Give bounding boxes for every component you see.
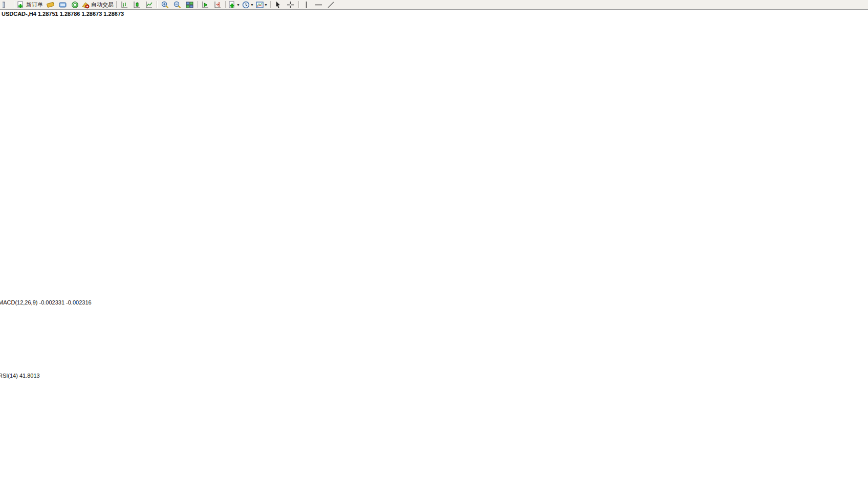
dropdown-caret-icon: ▼ — [236, 3, 240, 7]
vline-icon — [302, 1, 310, 9]
templates-icon — [256, 1, 264, 9]
toolbar-equidistant-channel-tool-button[interactable] — [337, 1, 350, 9]
macd-indicator-label: MACD(12,26,9) -0.002331 -0.002316 — [0, 299, 92, 306]
toolbar-separator — [157, 1, 157, 8]
crosshair-icon — [287, 1, 294, 9]
toolbar-cursor-tool-button[interactable] — [272, 1, 285, 9]
tiles-icon — [186, 1, 193, 9]
toolbar: 新订单自动交易▼▼▼ — [0, 0, 868, 10]
signals-icon — [71, 1, 79, 9]
zoom-in-icon — [161, 1, 169, 9]
toolbar-autotrading-label: 自动交易 — [91, 1, 114, 9]
hline-icon — [315, 1, 322, 9]
toolbar-separator — [270, 1, 271, 8]
toolbar-zoom-in-button[interactable] — [159, 1, 171, 9]
dropdown-caret-icon: ▼ — [264, 3, 268, 7]
toolbar-separator — [298, 1, 299, 8]
toolbar-signals-button[interactable] — [69, 1, 81, 9]
toolbar-separator — [14, 1, 14, 8]
fragment-icon — [3, 1, 10, 9]
new-order-icon — [17, 1, 25, 9]
toolbar-zoom-out-button[interactable] — [171, 1, 183, 9]
toolbar-vertical-line-tool-button[interactable] — [300, 1, 313, 9]
cursor-icon — [274, 1, 282, 9]
toolbar-metaeditor-button[interactable] — [44, 1, 56, 9]
line-chart-icon — [145, 1, 153, 9]
toolbar-new-order-button[interactable]: 新订单 — [16, 1, 44, 9]
dropdown-caret-icon: ▼ — [250, 3, 254, 7]
toolbar-indicators-list-button[interactable]: ▼ — [227, 1, 241, 9]
trendline-icon — [327, 1, 335, 9]
toolbar-autotrading-button[interactable]: 自动交易 — [81, 1, 115, 9]
toolbar-tile-windows-button[interactable] — [183, 1, 196, 9]
terminal-icon — [59, 1, 67, 9]
toolbar-auto-scroll-button[interactable] — [199, 1, 211, 9]
toolbar-separator — [197, 1, 198, 8]
toolbar-candlestick-mode-button[interactable] — [131, 1, 143, 9]
chart-shift-icon — [214, 1, 222, 9]
toolbar-chart-shift-button[interactable] — [211, 1, 224, 9]
zoom-out-icon — [173, 1, 181, 9]
toolbar-templates-button[interactable]: ▼ — [255, 1, 269, 9]
toolbar-horizontal-line-tool-button[interactable] — [313, 1, 325, 9]
indicators-icon — [228, 1, 236, 9]
chart-title: USDCAD-,H4 1.28751 1.28786 1.28673 1.286… — [2, 11, 124, 17]
rsi-indicator-label: RSI(14) 41.8013 — [0, 373, 40, 379]
autotrading-icon — [82, 1, 90, 9]
toolbar-periods-list-button[interactable]: ▼ — [241, 1, 255, 9]
chart-canvas[interactable] — [0, 0, 868, 480]
bar-chart-icon — [121, 1, 128, 9]
toolbar-terminal-button[interactable] — [56, 1, 69, 9]
toolbar-separator — [225, 1, 226, 8]
toolbar-trendline-tool-button[interactable] — [325, 1, 337, 9]
toolbar-separator — [116, 1, 117, 8]
toolbar-bar-chart-mode-button[interactable] — [118, 1, 131, 9]
toolbar-line-chart-mode-button[interactable] — [143, 1, 155, 9]
toolbar-crosshair-tool-button[interactable] — [285, 1, 297, 9]
auto-scroll-icon — [202, 1, 209, 9]
toolbar-new-order-label: 新订单 — [26, 1, 43, 9]
toolbar-clipped-icon-button — [0, 1, 12, 9]
periods-icon — [242, 1, 250, 9]
candle-chart-icon — [133, 1, 141, 9]
metaeditor-icon — [47, 1, 54, 9]
